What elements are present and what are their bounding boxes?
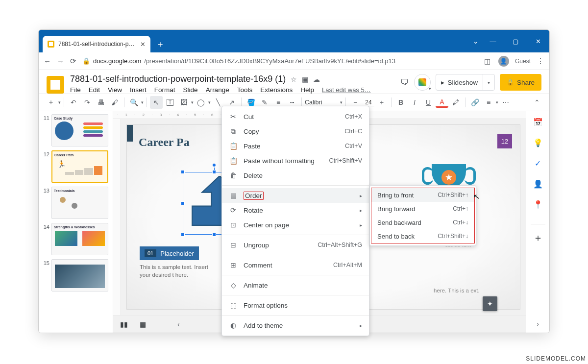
minimize-button[interactable]: — <box>482 30 504 52</box>
browser-tab[interactable]: 7881-01-self-introduction-powe ✕ <box>43 36 150 52</box>
chevron-right-icon: ▸ <box>360 193 362 198</box>
ctx-cut[interactable]: ✂CutCtrl+X <box>222 109 369 124</box>
filmstrip-collapse-icon[interactable]: ‹ <box>177 320 180 328</box>
slide-thumb-13[interactable]: Testimonials <box>51 187 108 219</box>
ctx-rotate[interactable]: ⟳Rotate▸ <box>222 203 369 218</box>
window-chevron-icon[interactable]: ⌄ <box>473 37 479 45</box>
ctx-copy[interactable]: ⧉CopyCtrl+C <box>222 124 369 139</box>
close-window-button[interactable]: ✕ <box>527 30 549 52</box>
forward-button[interactable]: → <box>57 57 64 65</box>
resize-handle-s[interactable] <box>212 233 216 237</box>
paint-format-button[interactable]: 🖌 <box>108 96 121 109</box>
font-size-field[interactable]: 24 <box>363 99 374 106</box>
ctx-ungroup[interactable]: ⊟UngroupCtrl+Alt+Shift+G <box>222 238 369 252</box>
textbox-tool[interactable]: 🅃 <box>164 96 176 109</box>
calendar-icon[interactable]: 📅 <box>533 117 543 127</box>
tab-close-icon[interactable]: ✕ <box>140 41 146 48</box>
ctx-comment[interactable]: ⊞CommentCtrl+Alt+M <box>222 258 369 272</box>
reload-button[interactable]: ⟳ <box>70 57 76 66</box>
sidepanel-collapse-icon[interactable]: › <box>537 320 539 328</box>
slideshow-dropdown[interactable]: ▾ <box>483 74 494 90</box>
slides-logo-icon[interactable] <box>47 76 64 94</box>
ctx-format-options[interactable]: ⬚Format options <box>222 298 369 313</box>
resize-handle-sw[interactable] <box>181 233 185 237</box>
placeholder-label[interactable]: 01 Placeholder <box>140 246 199 260</box>
highlight-button[interactable]: 🖍 <box>449 96 462 109</box>
resize-handle-n[interactable] <box>212 170 216 174</box>
comments-icon[interactable]: 🗨 <box>400 77 409 88</box>
cloud-status-icon[interactable]: ☁ <box>313 75 320 83</box>
shape-tool[interactable]: ◯ <box>195 96 207 109</box>
resize-handle-w[interactable] <box>181 201 185 205</box>
redo-button[interactable]: ↷ <box>81 96 94 109</box>
browser-menu-icon[interactable]: ⋮ <box>537 56 544 66</box>
submenu-bring-to-front[interactable]: Bring to front Ctrl+Shift+↑ <box>371 188 474 202</box>
slide-thumb-12[interactable]: Career Path 🏃 <box>51 150 108 183</box>
menu-extensions[interactable]: Extensions <box>260 86 293 94</box>
font-increase-button[interactable]: + <box>375 96 388 109</box>
keep-icon[interactable]: 💡 <box>533 138 543 147</box>
zoom-button[interactable]: 🔍 <box>127 96 140 109</box>
maps-icon[interactable]: 📍 <box>533 199 543 209</box>
ctx-paste[interactable]: 📋PasteCtrl+V <box>222 139 369 153</box>
menu-format[interactable]: Format <box>154 86 175 94</box>
url-field[interactable]: 🔒 docs.google.com/presentation/d/1D9CiL0… <box>82 57 477 65</box>
new-tab-button[interactable]: ＋ <box>153 37 167 51</box>
slideshow-button[interactable]: ▸Slideshow ▾ <box>436 74 495 91</box>
italic-button[interactable]: I <box>408 96 421 109</box>
menu-edit[interactable]: Edit <box>89 86 100 94</box>
share-button[interactable]: 🔒Share <box>500 74 541 91</box>
menu-tools[interactable]: Tools <box>237 86 253 94</box>
menu-slide[interactable]: Slide <box>183 86 198 94</box>
new-slide-button[interactable]: ＋ <box>45 96 57 109</box>
menu-file[interactable]: File <box>70 86 81 94</box>
back-button[interactable]: ← <box>44 57 51 65</box>
rotation-handle[interactable] <box>212 163 216 167</box>
star-icon[interactable]: ☆ <box>291 75 297 83</box>
extensions-icon[interactable]: ◫ <box>483 56 492 66</box>
submenu-send-backward[interactable]: Send backward Ctrl+↓ <box>371 216 474 229</box>
underline-button[interactable]: U <box>422 96 435 109</box>
tasks-icon[interactable]: ✓ <box>533 158 543 168</box>
link-button[interactable]: 🔗 <box>468 96 481 109</box>
profile-avatar-icon[interactable]: 👤 <box>498 56 509 67</box>
grid-view-icon[interactable]: ▦ <box>140 320 146 328</box>
text-color-button[interactable]: A <box>436 97 448 108</box>
ctx-delete[interactable]: 🗑Delete <box>222 168 369 183</box>
last-edit-link[interactable]: Last edit was 5… <box>322 86 371 94</box>
bold-button[interactable]: B <box>394 96 407 109</box>
select-tool[interactable]: ↖ <box>150 96 163 109</box>
ctx-add-to-theme[interactable]: ◐Add to theme▸ <box>222 318 369 333</box>
contacts-icon[interactable]: 👤 <box>533 179 543 189</box>
meet-button[interactable]: ▾ <box>414 74 431 91</box>
sample-text[interactable]: This is a sample text. Insert your desir… <box>140 263 218 279</box>
explore-button[interactable]: ✦ <box>483 296 497 311</box>
ctx-paste-without-formatting[interactable]: 📋Paste without formattingCtrl+Shift+V <box>222 153 369 168</box>
more-tools-button[interactable]: ⋯ <box>499 96 512 109</box>
print-button[interactable]: 🖶 <box>95 96 107 109</box>
image-tool[interactable]: 🖼 <box>177 96 190 109</box>
font-selector[interactable]: Calibri <box>305 99 339 106</box>
ctx-animate[interactable]: ◇Animate <box>222 278 369 292</box>
thumb-number: 13 <box>42 187 49 194</box>
maximize-button[interactable]: ▢ <box>504 30 527 52</box>
filmstrip-view-icon[interactable]: ▮▮ <box>120 320 128 328</box>
menu-arrange[interactable]: Arrange <box>206 86 229 94</box>
collapse-toolbar-button[interactable]: ⌃ <box>531 96 543 109</box>
resize-handle-nw[interactable] <box>181 170 185 174</box>
slide-thumb-11[interactable]: Case Study <box>51 114 108 146</box>
slide-thumb-15[interactable] <box>51 259 108 291</box>
addons-button[interactable]: ＋ <box>531 224 545 244</box>
ctx-center-on-page[interactable]: ⊡Center on page▸ <box>222 218 369 232</box>
move-icon[interactable]: ▣ <box>302 75 308 83</box>
submenu-bring-forward[interactable]: Bring forward Ctrl+↑ <box>371 202 474 216</box>
menu-insert[interactable]: Insert <box>130 86 147 94</box>
menu-view[interactable]: View <box>108 86 122 94</box>
undo-button[interactable]: ↶ <box>67 96 80 109</box>
ctx-order[interactable]: ▦Order▸ <box>222 188 369 203</box>
submenu-send-to-back[interactable]: Send to back Ctrl+Shift+↓ <box>371 229 474 243</box>
align-button[interactable]: ≡ <box>482 96 495 109</box>
doc-title[interactable]: 7881-01-self-introduction-powerpoint-tem… <box>70 74 286 84</box>
menu-help[interactable]: Help <box>300 86 314 94</box>
slide-thumb-14[interactable]: Strengths & Weaknesses <box>51 223 108 255</box>
